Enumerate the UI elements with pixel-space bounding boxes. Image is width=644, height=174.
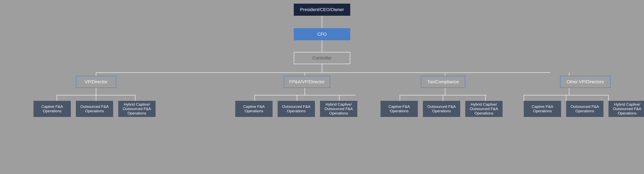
bottom-outsourced-1: Outsourced F&A Operations (76, 101, 113, 117)
bottom-captive-3: Captive F&A Operations (380, 101, 418, 117)
tax-compliance-node: Tax/Compliance (421, 76, 465, 88)
bottom-outsourced-3: Outsourced F&A Operations (423, 101, 460, 117)
ceo-node: President/CEO/Owner (294, 4, 350, 16)
bottom-captive-2: Captive F&A Operations (235, 101, 272, 117)
bottom-hybrid-3: Hybrid Captive/ Outsourced F&A Operation… (465, 101, 502, 117)
bottom-outsourced-4: Outsourced F&A Operations (566, 101, 604, 117)
fpa-node: FP&A/VP/Director (284, 76, 330, 88)
bottom-captive-1: Captive F&A Operations (34, 101, 71, 117)
org-chart: President/CEO/Owner CFO Controller VP/Di… (0, 0, 644, 174)
bottom-hybrid-4: Hybrid Captive/ Outsourced F&A Operation… (608, 101, 644, 117)
controller-node: Controller (294, 52, 350, 64)
bottom-hybrid-1: Hybrid Captive/ Outsourced F&A Operation… (118, 101, 156, 117)
vp-director-node: VP/Director (76, 76, 116, 88)
other-vp-node: Other VP/Directors (560, 76, 610, 88)
bottom-hybrid-2: Hybrid Captive/ Outsourced F&A Operation… (320, 101, 357, 117)
cfo-node: CFO (294, 28, 350, 40)
bottom-captive-4: Captive F&A Operations (524, 101, 561, 117)
bottom-outsourced-2: Outsourced F&A Operations (278, 101, 315, 117)
